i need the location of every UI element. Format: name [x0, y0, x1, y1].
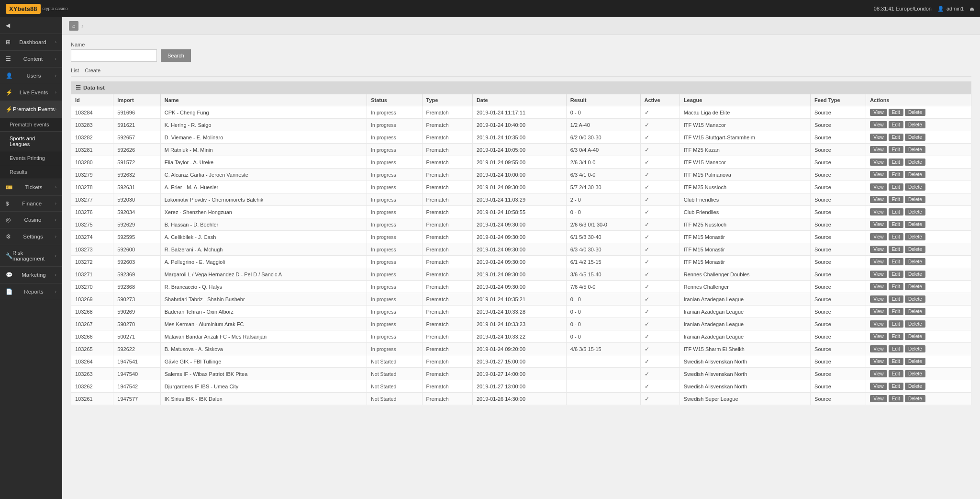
- user-info[interactable]: 👤 admin1: [937, 6, 964, 12]
- view-button[interactable]: View: [870, 134, 887, 141]
- sidebar-item-marketing[interactable]: 💬 Marketing ›: [0, 267, 62, 284]
- edit-button[interactable]: Edit: [889, 333, 903, 340]
- edit-button[interactable]: Edit: [889, 358, 903, 365]
- sidebar-item-casino[interactable]: ◎ Casino ›: [0, 212, 62, 228]
- edit-button[interactable]: Edit: [889, 159, 903, 166]
- sidebar-item-risk[interactable]: 🔧 Risk management ›: [0, 245, 62, 267]
- view-button[interactable]: View: [870, 221, 887, 228]
- sidebar-sub-prematch-events[interactable]: Prematch events: [0, 118, 62, 132]
- view-button[interactable]: View: [870, 370, 887, 377]
- delete-button[interactable]: Delete: [905, 383, 925, 390]
- edit-button[interactable]: Edit: [889, 146, 903, 153]
- edit-button[interactable]: Edit: [889, 271, 903, 278]
- view-button[interactable]: View: [870, 271, 887, 278]
- view-button[interactable]: View: [870, 233, 887, 240]
- view-button[interactable]: View: [870, 333, 887, 340]
- edit-button[interactable]: Edit: [889, 345, 903, 352]
- sidebar-toggle[interactable]: ◀: [0, 17, 62, 34]
- view-button[interactable]: View: [870, 196, 887, 203]
- sidebar-item-finance[interactable]: $ Finance ›: [0, 196, 62, 212]
- view-button[interactable]: View: [870, 383, 887, 390]
- edit-button[interactable]: Edit: [889, 233, 903, 240]
- edit-button[interactable]: Edit: [889, 283, 903, 290]
- edit-button[interactable]: Edit: [889, 370, 903, 377]
- view-button[interactable]: View: [870, 183, 887, 191]
- delete-button[interactable]: Delete: [905, 370, 925, 377]
- sidebar-item-tickets[interactable]: 🎫 Tickets ›: [0, 179, 62, 196]
- view-button[interactable]: View: [870, 395, 887, 402]
- view-button[interactable]: View: [870, 295, 887, 303]
- view-button[interactable]: View: [870, 358, 887, 365]
- view-button[interactable]: View: [870, 171, 887, 178]
- chevron-right-icon: ›: [55, 185, 56, 190]
- view-button[interactable]: View: [870, 159, 887, 166]
- view-button[interactable]: View: [870, 308, 887, 315]
- delete-button[interactable]: Delete: [905, 121, 925, 128]
- delete-button[interactable]: Delete: [905, 221, 925, 228]
- edit-button[interactable]: Edit: [889, 246, 903, 253]
- view-button[interactable]: View: [870, 258, 887, 265]
- sidebar-item-dashboard[interactable]: ⊞ Dashboard ›: [0, 34, 62, 51]
- view-button[interactable]: View: [870, 283, 887, 290]
- search-button[interactable]: Search: [161, 49, 191, 62]
- edit-button[interactable]: Edit: [889, 134, 903, 141]
- search-input[interactable]: [71, 49, 157, 62]
- delete-button[interactable]: Delete: [905, 134, 925, 141]
- view-button[interactable]: View: [870, 246, 887, 253]
- delete-button[interactable]: Delete: [905, 246, 925, 253]
- edit-button[interactable]: Edit: [889, 308, 903, 315]
- edit-button[interactable]: Edit: [889, 171, 903, 178]
- edit-button[interactable]: Edit: [889, 320, 903, 328]
- view-button[interactable]: View: [870, 109, 887, 116]
- delete-button[interactable]: Delete: [905, 183, 925, 191]
- create-link[interactable]: Create: [85, 68, 100, 73]
- delete-button[interactable]: Delete: [905, 196, 925, 203]
- view-button[interactable]: View: [870, 208, 887, 215]
- delete-button[interactable]: Delete: [905, 233, 925, 240]
- sidebar-sub-results[interactable]: Results: [0, 165, 62, 179]
- edit-button[interactable]: Edit: [889, 183, 903, 191]
- delete-button[interactable]: Delete: [905, 208, 925, 215]
- view-button[interactable]: View: [870, 146, 887, 153]
- app-layout: ◀ ⊞ Dashboard › ☰ Content › 👤 Users › ⚡ …: [0, 17, 980, 499]
- sidebar-item-users[interactable]: 👤 Users ›: [0, 68, 62, 84]
- delete-button[interactable]: Delete: [905, 146, 925, 153]
- edit-button[interactable]: Edit: [889, 109, 903, 116]
- view-button[interactable]: View: [870, 121, 887, 128]
- edit-button[interactable]: Edit: [889, 395, 903, 402]
- delete-button[interactable]: Delete: [905, 283, 925, 290]
- sidebar-sub-sports-leagues[interactable]: Sports and Leagues: [0, 132, 62, 151]
- delete-button[interactable]: Delete: [905, 171, 925, 178]
- delete-button[interactable]: Delete: [905, 295, 925, 303]
- cell-id: 103267: [71, 318, 113, 330]
- cell-type: Prematch: [422, 330, 472, 343]
- logout-icon[interactable]: ⏏: [969, 6, 974, 12]
- edit-button[interactable]: Edit: [889, 121, 903, 128]
- delete-button[interactable]: Delete: [905, 333, 925, 340]
- delete-button[interactable]: Delete: [905, 159, 925, 166]
- edit-button[interactable]: Edit: [889, 258, 903, 265]
- edit-button[interactable]: Edit: [889, 208, 903, 215]
- edit-button[interactable]: Edit: [889, 221, 903, 228]
- delete-button[interactable]: Delete: [905, 258, 925, 265]
- home-button[interactable]: ⌂: [69, 21, 78, 31]
- sidebar-item-content[interactable]: ☰ Content ›: [0, 51, 62, 68]
- edit-button[interactable]: Edit: [889, 196, 903, 203]
- edit-button[interactable]: Edit: [889, 383, 903, 390]
- delete-button[interactable]: Delete: [905, 271, 925, 278]
- delete-button[interactable]: Delete: [905, 308, 925, 315]
- sidebar-item-settings[interactable]: ⚙ Settings ›: [0, 228, 62, 245]
- delete-button[interactable]: Delete: [905, 358, 925, 365]
- view-button[interactable]: View: [870, 320, 887, 328]
- sidebar-item-reports[interactable]: 📄 Reports ›: [0, 284, 62, 300]
- delete-button[interactable]: Delete: [905, 109, 925, 116]
- delete-button[interactable]: Delete: [905, 395, 925, 402]
- view-button[interactable]: View: [870, 345, 887, 352]
- sidebar-item-live-events[interactable]: ⚡ Live Events ›: [0, 84, 62, 101]
- delete-button[interactable]: Delete: [905, 320, 925, 328]
- list-link[interactable]: List: [71, 68, 79, 73]
- delete-button[interactable]: Delete: [905, 345, 925, 352]
- sidebar-item-prematch-events[interactable]: ⚡ Prematch Events ›: [0, 101, 62, 118]
- sidebar-sub-events-printing[interactable]: Events Printing: [0, 151, 62, 165]
- edit-button[interactable]: Edit: [889, 295, 903, 303]
